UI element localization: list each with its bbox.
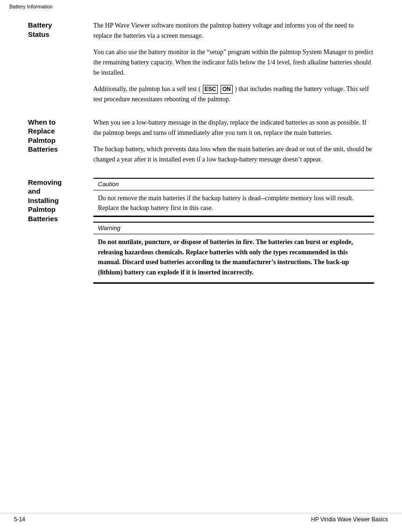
footer-book-title: HP Viridia Wave Viewer Basics	[311, 516, 388, 523]
when-to-replace-p1: When you see a low-battery message in th…	[93, 118, 374, 138]
caution-block: Caution Do not remove the main batteries…	[93, 178, 374, 217]
battery-status-p1: The HP Wave Viewer software monitors the…	[93, 21, 374, 41]
when-to-replace-p2: The backup battery, which prevents data …	[93, 144, 374, 164]
removing-section: RemovingandInstallingPalmtopBatteries Ca…	[28, 178, 374, 284]
esc-key: ESC	[203, 85, 218, 94]
removing-body: Caution Do not remove the main batteries…	[93, 178, 374, 284]
battery-status-p3: Additionally, the palmtop has a self tes…	[93, 84, 374, 104]
warning-label: Warning	[93, 223, 374, 234]
warning-text: Do not mutilate, puncture, or dispose of…	[93, 234, 374, 284]
page-header: Battery Information	[0, 0, 402, 11]
footer-page-number: 5-14	[14, 516, 25, 523]
battery-status-body: The HP Wave Viewer software monitors the…	[93, 21, 374, 105]
caution-label: Caution	[93, 179, 374, 190]
warning-block: Warning Do not mutilate, puncture, or di…	[93, 222, 374, 284]
battery-status-p2: You can also use the battery monitor in …	[93, 47, 374, 77]
when-to-replace-label: When toReplacePalmtopBatteries	[28, 118, 93, 165]
page-footer: 5-14 HP Viridia Wave Viewer Basics	[0, 513, 402, 523]
when-to-replace-body: When you see a low-battery message in th…	[93, 118, 374, 165]
battery-status-section: BatteryStatus The HP Wave Viewer softwar…	[28, 21, 374, 105]
battery-status-label: BatteryStatus	[28, 21, 93, 105]
caution-text: Do not remove the main batteries if the …	[93, 190, 374, 217]
when-to-replace-section: When toReplacePalmtopBatteries When you …	[28, 118, 374, 165]
on-key: ON	[221, 85, 233, 94]
removing-label: RemovingandInstallingPalmtopBatteries	[28, 178, 93, 284]
page-content: BatteryStatus The HP Wave Viewer softwar…	[0, 11, 402, 302]
header-title: Battery Information	[9, 4, 53, 9]
